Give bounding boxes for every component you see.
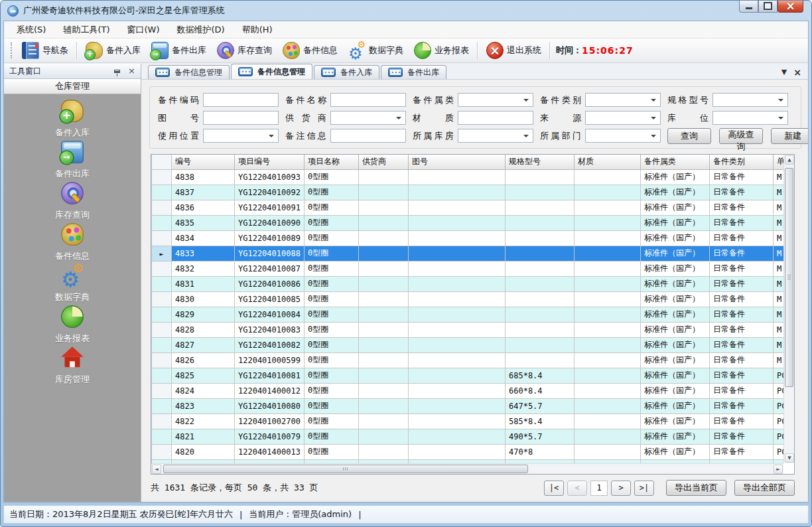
query-button[interactable]: 查询 <box>667 128 711 144</box>
page-number-input[interactable] <box>590 481 608 496</box>
table-row[interactable]: ► 4830YG122040100850型圈标准件（国产）日常备件M <box>152 291 784 307</box>
new-button[interactable]: 新建 <box>771 128 808 144</box>
navbar-button[interactable]: 导航条 <box>17 40 74 61</box>
column-header[interactable]: 备件属类 <box>641 155 710 169</box>
column-header[interactable]: 备件类别 <box>710 155 774 169</box>
spare-outbound-button[interactable]: 备件出库 <box>146 40 212 61</box>
minimize-button-icon[interactable] <box>739 0 758 13</box>
table-row[interactable]: ► 4833YG122040100880型圈标准件（国产）日常备件M <box>152 246 784 261</box>
menu-item[interactable]: 系统(S) <box>8 21 54 38</box>
vertical-scrollbar[interactable]: ▲ ▼ <box>783 155 794 463</box>
business-report-button[interactable]: 业务报表 <box>409 40 474 61</box>
row-selector[interactable]: ► <box>152 261 172 276</box>
table-row[interactable]: ► 4823YG122040100800型圈647*5.7标准件（国产）日常备件… <box>152 398 784 414</box>
menu-item[interactable]: 窗口(W) <box>119 21 169 38</box>
column-header[interactable]: 项目编号 <box>235 155 304 169</box>
table-row[interactable]: ► 482412204014000120型圈660*8.4标准件（国产）日常备件… <box>152 383 784 398</box>
warehouse-select[interactable] <box>458 129 533 143</box>
row-selector[interactable]: ► <box>152 200 172 215</box>
table-row[interactable]: ► 4831YG122040100860型圈标准件（国产）日常备件M <box>152 276 784 291</box>
toolbar-grip[interactable] <box>11 42 13 58</box>
advanced-query-button[interactable]: 高级查询 <box>719 128 763 144</box>
tab-spare-outbound[interactable]: 备件出库 <box>381 65 446 79</box>
tab-spare-info-mgmt-2[interactable]: 备件信息管理 <box>231 64 312 79</box>
material-input[interactable] <box>458 111 533 125</box>
column-header[interactable]: 单位 <box>774 155 784 169</box>
export-all-pages-button[interactable]: 导出全部页 <box>734 480 795 496</box>
row-selector[interactable]: ► <box>152 185 172 200</box>
column-header[interactable]: 项目名称 <box>304 155 359 169</box>
vertical-scroll-thumb[interactable] <box>785 168 793 387</box>
menu-item[interactable]: 辅助工具(T) <box>54 21 118 38</box>
table-row[interactable]: ► 4834YG122040100890型圈标准件（国产）日常备件M <box>152 230 784 246</box>
row-selector[interactable]: ► <box>152 246 172 261</box>
spare-genus-select[interactable] <box>458 93 533 107</box>
row-selector[interactable]: ► <box>152 383 172 398</box>
sidebar-item-business-report[interactable]: 业务报表 <box>4 311 141 344</box>
horizontal-scroll-thumb[interactable] <box>163 465 528 473</box>
scroll-left-icon[interactable]: ◄ <box>152 465 161 474</box>
row-selector[interactable]: ► <box>152 230 172 246</box>
sidebar-item-spare-info[interactable]: 备件信息 <box>4 228 141 262</box>
scroll-right-icon[interactable]: ► <box>774 465 783 474</box>
menu-item[interactable]: 数据维护(D) <box>169 21 234 38</box>
table-row[interactable]: ► 4828YG122040100830型圈标准件（国产）日常备件M <box>152 322 784 337</box>
column-header[interactable]: 编号 <box>172 155 235 169</box>
prev-page-button[interactable]: < <box>567 481 587 496</box>
sidebar-item-data-dictionary[interactable]: 数据字典 <box>4 269 141 303</box>
drawing-no-input[interactable] <box>203 111 279 125</box>
spare-category-select[interactable] <box>585 93 661 107</box>
department-select[interactable] <box>585 129 661 143</box>
sidebar-item-spare-outbound[interactable]: 备件出库 <box>4 146 141 180</box>
row-selector[interactable]: ► <box>152 291 172 307</box>
tabstrip-close-icon[interactable]: × <box>793 68 801 76</box>
table-row[interactable]: ► 482012204014000130型圈470*8标准件（国产）日常备件PC <box>152 444 784 459</box>
sidebar-item-inventory-query[interactable]: 库存查询 <box>4 187 141 221</box>
table-row[interactable]: ► 4835YG122040100900型圈标准件（国产）日常备件M <box>152 215 784 230</box>
column-header[interactable]: 供货商 <box>359 155 409 169</box>
table-row[interactable]: ► 4836YG122040100910型圈标准件（国产）日常备件M <box>152 200 784 215</box>
row-selector[interactable]: ► <box>152 429 172 444</box>
next-page-button[interactable]: > <box>611 481 631 496</box>
table-row[interactable]: ► 4837YG122040100920型圈标准件（国产）日常备件M <box>152 185 784 200</box>
chevron-down-icon[interactable]: ▼ <box>781 68 787 76</box>
table-row[interactable]: ► 482212204010027000型圈585*8.4标准件（国产）日常备件… <box>152 414 784 429</box>
table-row[interactable]: ► 4827YG122040100820型圈标准件（国产）日常备件M <box>152 337 784 352</box>
tab-spare-inbound[interactable]: 备件入库 <box>314 65 379 79</box>
table-row[interactable]: ► 4825YG122040100810型圈685*8.4标准件（国产）日常备件… <box>152 368 784 383</box>
remark-input[interactable] <box>330 129 406 143</box>
exit-system-button[interactable]: 退出系统 <box>481 40 547 61</box>
table-row[interactable]: ► 4838YG122040100930型圈标准件（国产）日常备件M <box>152 169 784 185</box>
column-header[interactable]: 材质 <box>575 155 641 169</box>
menu-item[interactable]: 帮助(H) <box>234 21 281 38</box>
maximize-button-icon[interactable] <box>758 0 778 13</box>
usage-position-select[interactable] <box>203 129 279 143</box>
column-header[interactable]: 规格型号 <box>506 155 575 169</box>
spare-code-input[interactable] <box>203 93 279 107</box>
stock-location-select[interactable] <box>712 111 788 125</box>
row-selector[interactable]: ► <box>152 307 172 322</box>
supplier-select[interactable] <box>330 111 406 125</box>
scroll-down-icon[interactable]: ▼ <box>785 453 794 463</box>
table-row[interactable]: ► 4829YG122040100840型圈标准件（国产）日常备件M <box>152 307 784 322</box>
last-page-button[interactable]: >| <box>634 481 654 496</box>
row-selector[interactable]: ► <box>152 337 172 352</box>
panel-close-icon[interactable]: × <box>128 68 135 74</box>
row-selector[interactable]: ► <box>152 414 172 429</box>
row-selector[interactable]: ► <box>152 169 172 185</box>
scroll-up-icon[interactable]: ▲ <box>785 155 794 165</box>
pin-icon[interactable] <box>114 70 120 73</box>
row-selector[interactable]: ► <box>152 368 172 383</box>
row-selector[interactable]: ► <box>152 352 172 368</box>
sidebar-item-spare-inbound[interactable]: 备件入库 <box>4 105 141 139</box>
inventory-query-button[interactable]: 库存查询 <box>212 40 277 61</box>
source-select[interactable] <box>585 111 661 125</box>
close-button-icon[interactable] <box>778 0 803 13</box>
spare-inbound-button[interactable]: 备件入库 <box>80 40 146 61</box>
row-selector[interactable]: ► <box>152 322 172 337</box>
spec-model-select[interactable] <box>712 93 788 107</box>
horizontal-scrollbar[interactable]: ◄ ► <box>151 463 783 474</box>
row-selector[interactable]: ► <box>152 398 172 414</box>
data-dictionary-button[interactable]: 数据字典 <box>343 40 409 61</box>
tab-spare-info-mgmt-1[interactable]: 备件信息管理 <box>148 65 230 79</box>
